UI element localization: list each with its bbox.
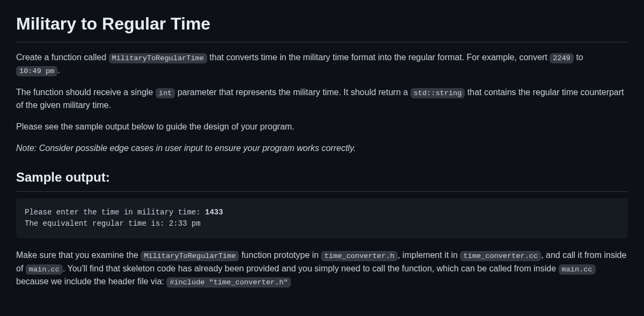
text: . You'll find that skeleton code has alr…: [63, 264, 559, 273]
text: parameter that represents the military t…: [175, 88, 410, 97]
text: because we include the header file via:: [16, 277, 166, 286]
sample-output-heading: Sample output:: [16, 168, 628, 192]
code-main-file-2: main.cc: [559, 264, 596, 275]
paragraph-intro: Create a function called MilitaryToRegul…: [16, 51, 628, 77]
text: Make sure that you examine the: [16, 250, 141, 260]
text: , implement it in: [398, 250, 460, 260]
sample-output-block: Please enter the time in military time: …: [16, 198, 628, 238]
document-container: Military to Regular Time Create a functi…: [0, 0, 644, 313]
sample-line2: The equivalent regular time is: 2:33 pm: [25, 219, 201, 228]
code-impl-file: time_converter.cc: [460, 251, 541, 261]
code-military-example: 2249: [550, 53, 574, 63]
paragraph-files: Make sure that you examine the MilitaryT…: [16, 249, 628, 288]
code-header-file: time_converter.h: [321, 251, 398, 261]
sample-line1-prefix: Please enter the time in military time:: [25, 208, 205, 217]
code-stdstring: std::string: [411, 88, 465, 98]
code-int: int: [156, 88, 175, 98]
sample-line1-input: 1433: [205, 208, 223, 217]
text: Create a function called: [16, 53, 109, 62]
code-include: #include "time_converter.h": [166, 277, 291, 288]
page-title: Military to Regular Time: [16, 11, 628, 42]
text: function prototype in: [239, 250, 321, 260]
code-regular-example: 10:49 pm: [16, 66, 57, 76]
text: that converts time in the military time …: [207, 53, 550, 62]
code-fn-name-2: MilitaryToRegularTime: [141, 251, 239, 261]
paragraph-note: Note: Consider possible edge cases in us…: [16, 142, 628, 155]
paragraph-see-sample: Please see the sample output below to gu…: [16, 120, 628, 133]
text: .: [57, 66, 60, 75]
text: The function should receive a single: [16, 88, 156, 97]
text: to: [574, 53, 583, 62]
paragraph-signature: The function should receive a single int…: [16, 86, 628, 112]
code-fn-name: MilitaryToRegularTime: [109, 53, 207, 63]
code-main-file: main.cc: [26, 264, 63, 275]
